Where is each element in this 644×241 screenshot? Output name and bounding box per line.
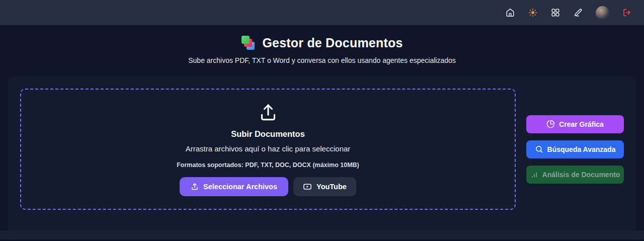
create-chart-button[interactable]: Crear Gráfica [526, 115, 624, 133]
upload-dropzone[interactable]: Subir Documentos Arrastra archivos aquí … [20, 89, 516, 210]
next-section-sliver [0, 230, 644, 239]
main-content: Gestor de Documentos Sube archivos PDF, … [0, 25, 644, 232]
avatar[interactable] [596, 6, 609, 20]
documents-stack-icon [241, 36, 257, 50]
upload-icon [258, 103, 278, 123]
advanced-search-label: Búsqueda Avanzada [547, 145, 616, 153]
edit-pencil-icon[interactable] [573, 8, 583, 18]
page-header: Gestor de Documentos Sube archivos PDF, … [0, 25, 644, 64]
home-icon[interactable] [505, 8, 515, 18]
logout-icon[interactable] [622, 8, 632, 18]
document-manager-card: Subir Documentos Arrastra archivos aquí … [8, 76, 636, 232]
advanced-search-button[interactable]: Búsqueda Avanzada [526, 140, 624, 158]
dropzone-buttons: Seleccionar Archivos YouTube [180, 177, 356, 196]
create-chart-label: Crear Gráfica [559, 120, 604, 128]
document-analysis-button[interactable]: Análisis de Documento [526, 166, 624, 184]
youtube-button[interactable]: YouTube [293, 177, 356, 196]
search-icon [535, 145, 543, 153]
bar-chart-icon [530, 171, 538, 179]
apps-grid-icon[interactable] [550, 8, 560, 18]
theme-sun-icon[interactable] [528, 8, 538, 18]
youtube-label: YouTube [316, 183, 347, 191]
pie-chart-icon [546, 120, 555, 128]
dropzone-formats: Formatos soportados: PDF, TXT, DOC, DOCX… [177, 162, 359, 169]
page-title: Gestor de Documentos [262, 36, 403, 50]
action-buttons-column: Crear Gráfica Búsqueda Avanzada Análisis… [526, 89, 624, 210]
upload-small-icon [191, 183, 199, 191]
dropzone-hint: Arrastra archivos aquí o haz clic para s… [186, 144, 351, 153]
select-files-button[interactable]: Seleccionar Archivos [180, 177, 288, 196]
select-files-label: Seleccionar Archivos [203, 183, 277, 191]
page-subtitle: Sube archivos PDF, TXT o Word y conversa… [0, 56, 644, 64]
document-analysis-label: Análisis de Documento [542, 171, 620, 179]
youtube-icon [303, 182, 312, 191]
dropzone-title: Subir Documentos [231, 129, 305, 139]
topbar [0, 0, 644, 25]
